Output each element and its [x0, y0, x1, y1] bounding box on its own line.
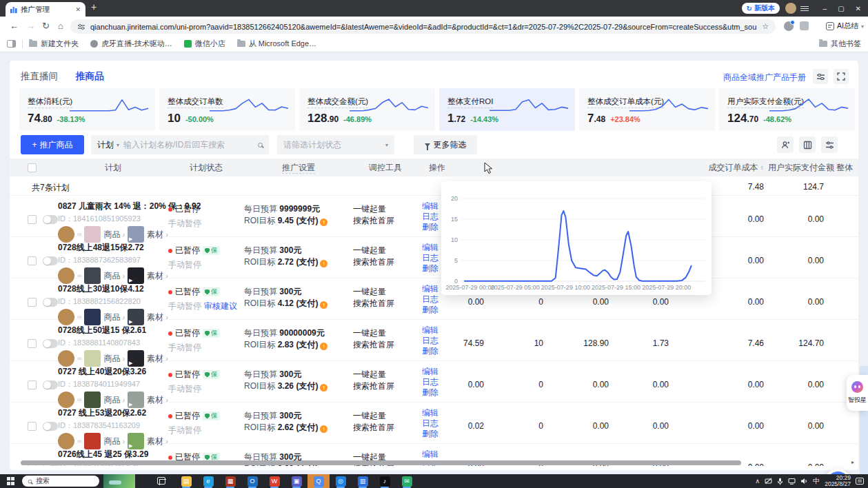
delete-link[interactable]: 删除 — [422, 387, 456, 398]
forward-button[interactable]: → — [26, 21, 35, 32]
handbook-link[interactable]: 商品全域推广产品手册 — [723, 72, 806, 83]
one-key-boost-link[interactable]: 一键起量 — [353, 327, 418, 339]
browser-menu-icon[interactable] — [800, 5, 809, 12]
bookmark-item[interactable]: 从 Microsoft Edge… — [237, 39, 316, 49]
tab-products[interactable]: 推商品 — [76, 70, 104, 83]
home-button[interactable]: ⌂ — [58, 21, 63, 32]
reload-button[interactable]: ↻ — [42, 21, 50, 32]
delete-link[interactable]: 删除 — [422, 346, 456, 356]
horizontal-scrollbar[interactable] — [21, 460, 741, 465]
edit-link[interactable]: 编辑 — [422, 367, 456, 377]
fullscreen-button[interactable] — [834, 69, 849, 84]
ime-indicator[interactable]: 中 — [813, 476, 820, 486]
row-enable-toggle[interactable] — [43, 215, 58, 224]
tab-close-icon[interactable]: ✕ — [75, 6, 81, 13]
taskbar-app[interactable]: e — [197, 474, 219, 488]
audience-button[interactable] — [777, 136, 794, 153]
plan-search[interactable]: 计划▾ 输入计划名称/ID后回车搜索 — [91, 135, 269, 154]
row-checkbox[interactable] — [28, 422, 37, 431]
address-bar[interactable]: qianchuan.jinritemai.com/uni-prom?aavid=… — [70, 19, 776, 34]
edit-link[interactable]: 编辑 — [422, 408, 456, 418]
search-icon[interactable] — [258, 143, 263, 148]
back-button[interactable]: ← — [10, 21, 19, 32]
columns-button[interactable] — [799, 136, 816, 153]
col-settings[interactable]: 推广设置 — [244, 162, 353, 174]
delete-link[interactable]: 删除 — [422, 305, 456, 315]
log-link[interactable]: 日志 — [422, 294, 456, 305]
profile-avatar[interactable] — [785, 3, 796, 14]
taskbar-app[interactable]: O — [241, 474, 263, 488]
log-link[interactable]: 日志 — [422, 377, 456, 387]
col-user-pay[interactable]: 用户实际支付金额▲▼ — [768, 162, 828, 174]
bookmark-item[interactable]: 微信小店 — [184, 39, 225, 49]
taskbar-app[interactable]: ▤ — [175, 474, 197, 488]
row-checkbox[interactable] — [28, 298, 37, 307]
window-maximize-button[interactable]: ▢ — [838, 5, 844, 12]
task-view-icon[interactable] — [157, 477, 165, 485]
widgets-weather-thumbnail[interactable] — [103, 474, 135, 488]
microphone-icon[interactable] — [777, 478, 783, 485]
col-plan[interactable]: 计划 — [58, 162, 168, 174]
sort-icon[interactable]: ▲▼ — [760, 165, 764, 170]
search-top-screen-link[interactable]: 搜索抢首屏 — [353, 380, 418, 392]
taskbar-app[interactable]: ▦ — [219, 474, 241, 488]
one-key-boost-link[interactable]: 一键起量 — [353, 203, 418, 215]
tab-live-room[interactable]: 推直播间 — [21, 70, 58, 83]
url-text[interactable]: qianchuan.jinritemai.com/uni-prom?aavid=… — [90, 23, 757, 31]
col-tools[interactable]: 调控工具 — [353, 162, 418, 174]
row-checkbox[interactable] — [28, 215, 37, 224]
scroll-right-arrow[interactable]: ▸ — [851, 459, 854, 465]
row-enable-toggle[interactable] — [43, 422, 58, 431]
touchpad-off-icon[interactable] — [765, 478, 772, 485]
search-top-screen-link[interactable]: 搜索抢首屏 — [353, 422, 418, 434]
col-ops[interactable]: 操作 — [418, 162, 456, 174]
taskbar-app[interactable]: ♪ — [374, 474, 396, 488]
stat-card[interactable]: 整体消耗(元) 74.80-38.13% — [19, 88, 155, 131]
row-checkbox[interactable] — [28, 339, 37, 348]
one-key-boost-link[interactable]: 一键起量 — [353, 369, 418, 380]
bookmark-item[interactable]: 虎牙直播-技术驱动… — [90, 39, 172, 49]
search-top-screen-link[interactable]: 搜索抢首屏 — [353, 298, 418, 309]
taskbar-search[interactable]: 搜索 — [22, 476, 99, 487]
more-filters-button[interactable]: 更多筛选 — [414, 135, 477, 154]
taskbar-clock[interactable]: 20:292025/8/27 — [825, 475, 851, 488]
col-order-cost[interactable]: 成交订单成本▲▼ — [673, 162, 768, 174]
log-link[interactable]: 日志 — [422, 336, 456, 346]
search-top-screen-link[interactable]: 搜索抢首屏 — [353, 215, 418, 227]
window-minimize-button[interactable]: – — [823, 5, 827, 12]
row-enable-toggle[interactable] — [43, 380, 58, 389]
review-suggestion-link[interactable]: 审核建议 — [204, 301, 237, 311]
promote-product-button[interactable]: +推广商品 — [21, 135, 84, 154]
window-close-button[interactable]: ✕ — [856, 5, 861, 12]
edit-link[interactable]: 编辑 — [422, 325, 456, 336]
speaker-icon[interactable] — [800, 478, 808, 485]
log-link[interactable]: 日志 — [422, 418, 456, 429]
plan-type-select[interactable]: 计划▾ — [97, 139, 119, 151]
search-top-screen-link[interactable]: 搜索抢首屏 — [353, 256, 418, 268]
tray-chevron-icon[interactable]: ∧ — [756, 478, 760, 485]
one-key-boost-link[interactable]: 一键起量 — [353, 245, 418, 256]
taskbar-app[interactable]: W — [263, 474, 285, 488]
update-pill[interactable]: ↻新版本 — [742, 3, 780, 14]
col-overall[interactable]: 整体 — [828, 162, 858, 174]
other-bookmarks[interactable]: 其他书签 — [819, 39, 861, 49]
bookmark-star-icon[interactable]: ☆ — [762, 22, 769, 31]
select-all-checkbox[interactable] — [28, 163, 37, 172]
row-enable-toggle[interactable] — [43, 256, 58, 265]
extensions-puzzle-icon[interactable] — [800, 21, 809, 30]
assistant-widget[interactable]: 智投星 — [847, 375, 868, 411]
search-top-screen-link[interactable]: 搜索抢首屏 — [353, 339, 418, 351]
row-checkbox[interactable] — [28, 380, 37, 389]
stat-card[interactable]: 用户实际支付金额(元) 124.70-48.62% — [719, 88, 855, 131]
stat-card[interactable]: 整体成交订单成本(元) 7.48+23.84% — [579, 88, 715, 131]
taskbar-app[interactable]: ▣ — [285, 474, 307, 488]
stat-card[interactable]: 整体成交订单数 10-50.00% — [159, 88, 295, 131]
edit-link[interactable]: 编辑 — [422, 449, 456, 460]
taskbar-app[interactable]: ◎ — [330, 474, 352, 488]
network-icon[interactable] — [788, 478, 796, 485]
extension-icon[interactable] — [784, 21, 794, 31]
start-button[interactable] — [7, 477, 15, 485]
taskbar-app[interactable]: Q — [307, 474, 330, 488]
row-checkbox[interactable] — [28, 256, 37, 265]
search-input[interactable]: 输入计划名称/ID后回车搜索 — [123, 139, 254, 151]
